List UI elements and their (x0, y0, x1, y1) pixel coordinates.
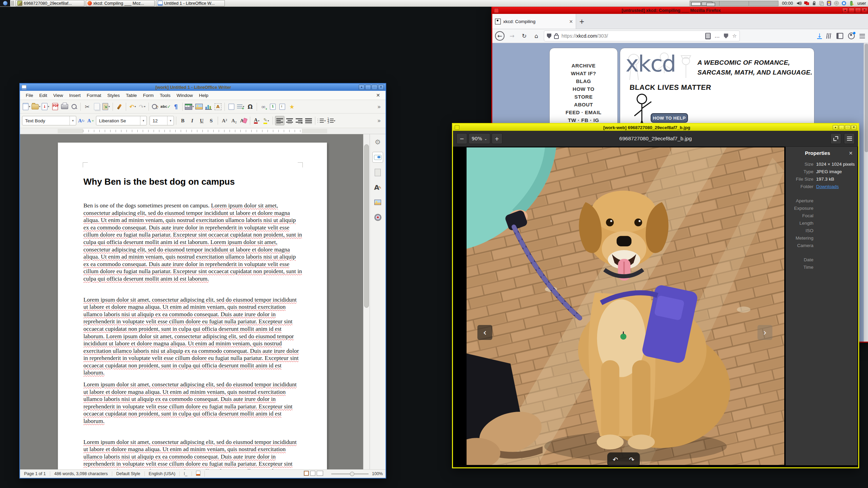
page-count[interactable]: Page 1 of 1 (23, 471, 50, 476)
clear-formatting-button[interactable]: A (239, 116, 248, 125)
scrollbar-thumb[interactable] (364, 144, 369, 308)
menu-tools[interactable]: Tools (157, 92, 174, 99)
firefox-titlebar[interactable]: [untrusted] xkcd: Compiling ___ Mozilla … (492, 7, 868, 14)
align-center-button[interactable] (285, 116, 294, 125)
toolbar-overflow-icon[interactable]: » (375, 102, 383, 111)
dog-photo[interactable] (467, 147, 784, 465)
how-to-help-button[interactable]: HOW TO HELP (651, 113, 688, 123)
clipboard-widget-icon[interactable] (819, 1, 824, 6)
next-image-button[interactable]: › (757, 325, 772, 340)
user-menu[interactable]: user (857, 1, 866, 6)
export-pdf-button[interactable]: PDF (51, 102, 59, 111)
cut-icon[interactable]: ✂ (83, 102, 92, 111)
menu-insert[interactable]: Insert (66, 92, 84, 99)
spell-check-button[interactable]: abc✓ (160, 102, 171, 111)
pocket-icon[interactable] (724, 34, 728, 39)
save-button[interactable]: ↓▾ (41, 102, 50, 111)
superscript-button[interactable]: A² (220, 116, 229, 125)
scrollbar-thumb[interactable] (865, 44, 868, 152)
save-status-icon[interactable] (192, 471, 205, 477)
new-style-button[interactable]: A＋ (86, 116, 95, 125)
sidebar-settings-icon[interactable]: ⚙ (373, 137, 383, 147)
disk-widget-icon[interactable] (834, 1, 839, 6)
menu-help[interactable]: Help (196, 92, 212, 99)
xkcd-nav-store[interactable]: STORE (550, 93, 617, 101)
paste-button[interactable]: ⇲▾ (102, 102, 111, 111)
xkcd-nav-about[interactable]: ABOUT (550, 101, 617, 108)
subscript-button[interactable]: A₂ (230, 116, 238, 125)
shade-button[interactable]: ▴ (359, 85, 364, 90)
zoom-slider[interactable] (331, 473, 369, 474)
bookmark-star-icon[interactable]: ☆ (732, 33, 737, 39)
zoom-level-dropdown[interactable]: 90%⌄ (469, 133, 490, 144)
properties-deck-icon[interactable] (372, 152, 383, 163)
taskbar-button-image[interactable]: 6968727080_29ecef8af... (16, 0, 84, 6)
font-color-button[interactable]: A▾ (252, 116, 261, 125)
minimize-button[interactable]: _ (849, 8, 854, 13)
horizontal-ruler[interactable] (20, 128, 386, 134)
tab-close-icon[interactable]: × (569, 19, 573, 24)
underline-button[interactable]: U (197, 116, 206, 125)
styles-deck-icon[interactable]: A✎ (373, 182, 383, 192)
insert-hyperlink-button[interactable]: ∞＋ (259, 102, 268, 111)
align-right-button[interactable] (295, 116, 303, 125)
navigator-deck-icon[interactable] (373, 212, 383, 222)
menu-format[interactable]: Format (84, 92, 104, 99)
tab-xkcd[interactable]: xkcd: Compiling × (492, 14, 576, 29)
firefox-scrollbar[interactable] (864, 43, 868, 342)
strikethrough-button[interactable]: S (207, 116, 216, 125)
downloads-icon[interactable]: ↓ (817, 33, 822, 39)
open-button[interactable]: ▾ (32, 102, 40, 111)
menu-icon[interactable] (860, 34, 865, 38)
menu-view[interactable]: View (50, 92, 66, 99)
sidebar-icon[interactable] (836, 33, 843, 39)
reader-mode-icon[interactable] (705, 33, 711, 39)
viewer-menu-button[interactable] (844, 133, 855, 144)
menu-edit[interactable]: Edit (36, 92, 50, 99)
reload-icon[interactable]: ↻ (519, 31, 529, 41)
volume-icon[interactable] (796, 1, 802, 6)
update-style-button[interactable]: A↻ (77, 116, 86, 125)
toolbar-overflow-icon[interactable]: » (375, 116, 383, 125)
maximize-button[interactable]: □ (372, 85, 377, 90)
rotate-right-button[interactable]: ↷ (629, 456, 634, 463)
back-icon[interactable]: ← (495, 31, 505, 41)
forward-icon[interactable]: → (507, 31, 517, 41)
workspace-1[interactable] (690, 1, 719, 6)
view-layout-buttons[interactable] (299, 471, 328, 477)
clock[interactable]: 00:00 (782, 1, 793, 6)
insert-mode[interactable]: I_ (180, 471, 192, 476)
word-count[interactable]: 486 words, 3,098 characters (50, 471, 112, 476)
insert-footnote-button[interactable]: 1 (269, 102, 277, 111)
shade-button[interactable]: ▴ (842, 8, 848, 13)
shade-button[interactable]: ▴ (833, 125, 838, 130)
xkcd-nav-how-to[interactable]: HOW TO (550, 85, 617, 93)
lock-icon[interactable] (554, 35, 559, 39)
insert-endnote-button[interactable]: i (278, 102, 287, 111)
document-scrollbar[interactable] (363, 134, 370, 469)
taskbar-button-writer[interactable]: Untitled 1 - LibreOffice W... (156, 0, 225, 6)
tracking-shield-icon[interactable] (547, 34, 551, 39)
italic-button[interactable]: I (188, 116, 197, 125)
page-break-button[interactable] (227, 102, 236, 111)
library-icon[interactable] (826, 33, 832, 39)
minimize-button[interactable]: _ (365, 85, 371, 90)
insert-chart-button[interactable] (204, 102, 213, 111)
numbered-list-button[interactable]: 123▾ (327, 116, 336, 125)
folder-link[interactable]: Downloads (816, 183, 839, 190)
highlight-color-button[interactable]: ✎▾ (262, 116, 271, 125)
justify-button[interactable] (304, 116, 313, 125)
device-widget-icon[interactable] (826, 1, 832, 6)
account-icon[interactable] (848, 33, 855, 39)
new-tab-button[interactable]: + (576, 14, 588, 29)
gallery-deck-icon[interactable] (373, 197, 383, 207)
menu-window[interactable]: Window (174, 92, 196, 99)
menu-file[interactable]: File (23, 92, 36, 99)
taskbar-button-firefox[interactable]: xkcd: Compiling ___ Moz... (86, 0, 155, 6)
page-deck-icon[interactable] (373, 167, 383, 178)
xkcd-logo[interactable]: xkcd (626, 51, 675, 77)
page-actions-icon[interactable]: … (715, 33, 720, 39)
qubes-manager-icon[interactable] (841, 1, 847, 6)
insert-table-button[interactable]: ▾ (185, 102, 194, 111)
formatting-marks-button[interactable]: ¶ (172, 102, 180, 111)
